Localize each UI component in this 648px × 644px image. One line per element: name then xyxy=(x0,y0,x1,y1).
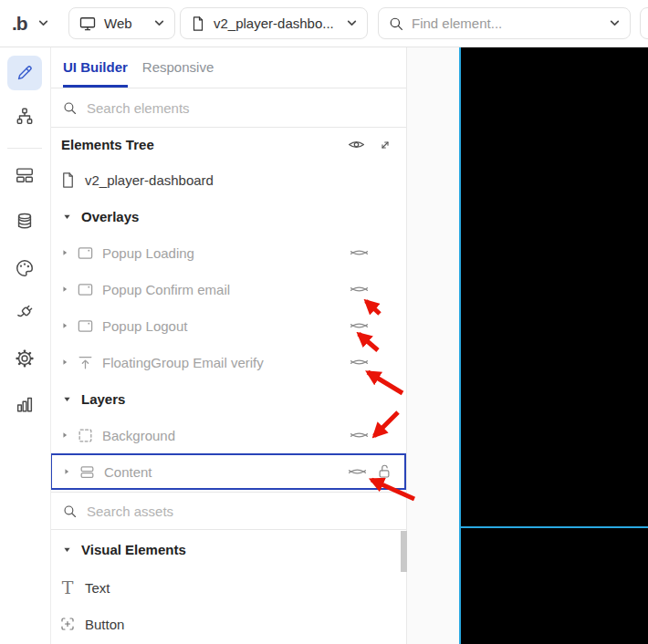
plug-icon xyxy=(15,303,35,323)
eye-icon[interactable] xyxy=(348,136,365,153)
toolbar-extra-button[interactable] xyxy=(640,7,648,39)
hidden-eye-icon[interactable] xyxy=(350,285,368,295)
tab-ui-builder[interactable]: UI Builder xyxy=(63,47,128,88)
nav-plugins-button[interactable] xyxy=(7,296,42,330)
nav-settings-button[interactable] xyxy=(7,341,42,376)
platform-selector[interactable]: Web xyxy=(68,7,175,39)
app-menu[interactable]: .b xyxy=(12,0,49,47)
search-icon xyxy=(388,16,404,32)
visual-elements-label: Visual Elements xyxy=(81,542,186,557)
tree-row-popup-loading[interactable]: Popup Loading xyxy=(50,234,406,271)
elements-tree-title: Elements Tree xyxy=(61,137,154,152)
tree-row-label: v2_player-dashboard xyxy=(85,172,214,188)
triangle-right-icon[interactable] xyxy=(60,431,69,440)
chevron-down-icon xyxy=(153,17,165,29)
triangle-down-icon[interactable] xyxy=(62,545,72,555)
hidden-eye-icon[interactable] xyxy=(350,248,368,258)
tree-section-layers[interactable]: Layers xyxy=(50,380,406,417)
expand-icon[interactable] xyxy=(378,138,392,152)
tree-row-label: Popup Loading xyxy=(102,245,194,261)
tree-row-label: FloatingGroup Email verify xyxy=(102,355,264,370)
page-selector-label: v2_player-dashbo... xyxy=(214,16,334,31)
rows-group-icon xyxy=(78,463,96,481)
tree-row-floatinggroup-email-verify[interactable]: FloatingGroup Email verify xyxy=(50,344,406,380)
triangle-right-icon[interactable] xyxy=(60,248,69,257)
search-icon xyxy=(62,504,78,519)
tree-section-label: Overlays xyxy=(81,209,139,224)
nav-logs-button[interactable] xyxy=(7,387,42,421)
canvas-margin xyxy=(407,47,459,644)
tree-row-popup-confirm-email[interactable]: Popup Confirm email xyxy=(50,271,406,307)
tree-row-page[interactable]: v2_player-dashboard xyxy=(50,161,406,198)
hidden-eye-icon[interactable] xyxy=(350,358,368,368)
search-assets-placeholder: Search assets xyxy=(87,504,173,519)
page-selector[interactable]: v2_player-dashbo... xyxy=(180,7,368,39)
nav-design-button[interactable] xyxy=(7,56,42,90)
popup-icon xyxy=(77,317,94,335)
group-dashed-icon xyxy=(77,427,94,444)
canvas-section-divider xyxy=(461,526,648,528)
chevron-down-icon xyxy=(609,17,621,29)
find-element-placeholder: Find element... xyxy=(412,16,502,31)
triangle-right-icon[interactable] xyxy=(60,321,69,330)
monitor-icon xyxy=(78,15,97,33)
hidden-eye-icon[interactable] xyxy=(350,321,368,331)
find-element-input[interactable]: Find element... xyxy=(378,7,631,39)
tree-row-label: Background xyxy=(102,428,175,443)
tab-responsive[interactable]: Responsive xyxy=(142,47,214,88)
asset-label: Text xyxy=(85,580,110,596)
search-icon xyxy=(62,100,78,116)
visual-elements-section[interactable]: Visual Elements xyxy=(50,530,406,569)
panel-tabs: UI Builder Responsive xyxy=(50,47,406,88)
top-toolbar: .b Web v2_player-dashbo... Find element.… xyxy=(0,0,648,47)
asset-text[interactable]: T Text xyxy=(50,569,406,606)
tree-row-label: Popup Confirm email xyxy=(102,282,230,297)
search-assets-input[interactable]: Search assets xyxy=(50,492,406,530)
nav-data-button[interactable] xyxy=(7,204,42,239)
asset-label: Button xyxy=(85,617,124,632)
triangle-right-icon[interactable] xyxy=(60,358,69,367)
database-icon xyxy=(15,212,35,232)
bubble-logo: .b xyxy=(12,13,27,35)
bubble-editor: .b Web v2_player-dashbo... Find element.… xyxy=(0,0,648,644)
elements-tree-header: Elements Tree xyxy=(50,128,406,161)
page-canvas[interactable] xyxy=(459,47,648,644)
triangle-down-icon[interactable] xyxy=(62,394,72,404)
search-elements-input[interactable]: Search elements xyxy=(50,88,406,128)
rail-divider xyxy=(7,148,42,149)
platform-label: Web xyxy=(104,16,132,31)
main-nav-rail xyxy=(0,47,51,644)
nav-components-button[interactable] xyxy=(7,158,42,192)
tree-row-label: Content xyxy=(104,464,152,480)
search-elements-placeholder: Search elements xyxy=(87,100,190,116)
tree-row-background[interactable]: Background xyxy=(50,417,406,453)
unlocked-padlock-icon[interactable] xyxy=(376,463,392,480)
chevron-down-icon xyxy=(37,17,49,29)
tree-row-popup-logout[interactable]: Popup Logout xyxy=(50,307,406,344)
sitemap-icon xyxy=(15,107,35,127)
tree-section-overlays[interactable]: Overlays xyxy=(50,198,406,234)
asset-button[interactable]: Button xyxy=(50,606,406,642)
triangle-down-icon[interactable] xyxy=(62,212,72,222)
nav-styles-button[interactable] xyxy=(7,251,42,286)
triangle-right-icon[interactable] xyxy=(62,467,71,476)
page-file-icon xyxy=(59,171,77,189)
triangle-right-icon[interactable] xyxy=(60,285,69,294)
file-icon xyxy=(190,16,206,32)
nav-workflow-button[interactable] xyxy=(7,99,42,134)
hidden-eye-icon[interactable] xyxy=(350,431,368,441)
gear-icon xyxy=(15,348,35,369)
chevron-down-icon xyxy=(346,17,358,29)
ui-builder-panel: UI Builder Responsive Search elements El… xyxy=(50,47,407,644)
tree-section-label: Layers xyxy=(81,391,125,407)
pencil-icon xyxy=(15,63,35,83)
popup-icon xyxy=(77,281,94,298)
hidden-eye-icon[interactable] xyxy=(349,467,366,477)
popup-icon xyxy=(77,244,94,262)
panel-scrollbar[interactable] xyxy=(401,531,407,572)
tree-row-label: Popup Logout xyxy=(102,318,187,334)
bar-chart-icon xyxy=(15,394,35,414)
tree-row-content[interactable]: Content xyxy=(50,453,406,490)
floating-group-icon xyxy=(77,354,94,371)
text-icon: T xyxy=(58,579,77,597)
